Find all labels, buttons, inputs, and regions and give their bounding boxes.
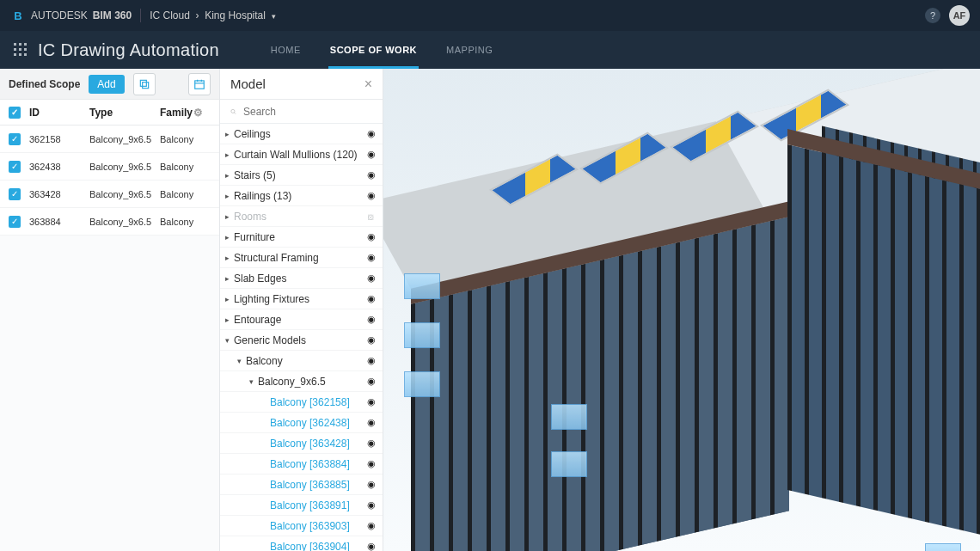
table-row[interactable]: ✓362158Balcony_9x6.5Balcony — [0, 126, 219, 153]
tree-caret-icon[interactable]: ▾ — [225, 336, 234, 345]
tree-leaf[interactable]: Balcony [363884]◉ — [220, 454, 383, 474]
tree-leaf[interactable]: Balcony [362158]◉ — [220, 392, 383, 413]
cell-family: Balcony — [160, 162, 211, 172]
visibility-icon[interactable]: ◉ — [367, 293, 376, 304]
divider — [140, 9, 141, 22]
table-row[interactable]: ✓362438Balcony_9x6.5Balcony — [0, 153, 219, 181]
row-checkbox[interactable]: ✓ — [9, 188, 21, 200]
tree-caret-icon[interactable]: ▾ — [237, 357, 246, 365]
tree-caret-icon[interactable]: ▸ — [225, 233, 234, 242]
tree-node[interactable]: ▾Balcony_9x6.5◉ — [220, 371, 383, 392]
tree-leaf[interactable]: Balcony [363903]◉ — [220, 516, 383, 536]
app-bar: IC Drawing Automation HOME SCOPE OF WORK… — [0, 31, 980, 69]
breadcrumb[interactable]: IC Cloud › King Hospital ▾ — [150, 9, 276, 21]
tree-label: Balcony — [246, 355, 367, 367]
apps-grid-icon[interactable] — [14, 43, 28, 57]
tree-node[interactable]: ▸Stairs (5)◉ — [220, 165, 383, 186]
visibility-icon[interactable]: ⦻ — [366, 211, 376, 222]
tree-node[interactable]: ▸Curtain Wall Mullions (120)◉ — [220, 144, 383, 165]
tree-caret-icon[interactable]: ▸ — [225, 315, 234, 324]
col-family[interactable]: Family — [160, 107, 193, 119]
search-icon — [230, 107, 236, 117]
app-title: IC Drawing Automation — [38, 40, 219, 60]
tree-node[interactable]: ▸Lighting Fixtures◉ — [220, 289, 383, 309]
visibility-icon[interactable]: ◉ — [367, 334, 376, 346]
visibility-icon[interactable]: ◉ — [367, 355, 376, 366]
copy-button[interactable] — [133, 73, 156, 95]
tree-caret-icon[interactable]: ▸ — [225, 295, 234, 303]
visibility-icon[interactable]: ◉ — [367, 417, 376, 428]
row-checkbox[interactable]: ✓ — [9, 216, 21, 228]
visibility-icon[interactable]: ◉ — [367, 314, 376, 325]
tree-label: Balcony [363428] — [270, 438, 367, 450]
cell-family: Balcony — [160, 217, 211, 227]
tab-mapping[interactable]: MAPPING — [446, 31, 493, 69]
tree-node[interactable]: ▸Rooms⦻ — [220, 206, 383, 227]
visibility-icon[interactable]: ◉ — [367, 499, 376, 511]
tree-label: Curtain Wall Mullions (120) — [234, 149, 367, 161]
tree-label: Balcony [363884] — [270, 458, 367, 470]
visibility-icon[interactable]: ◉ — [367, 479, 376, 490]
tree-node[interactable]: ▸Slab Edges◉ — [220, 268, 383, 289]
tree-node[interactable]: ▾Balcony◉ — [220, 351, 383, 371]
gear-icon[interactable]: ⚙ — [193, 107, 211, 119]
visibility-icon[interactable]: ◉ — [367, 520, 376, 531]
col-type[interactable]: Type — [89, 107, 160, 119]
tree-caret-icon[interactable]: ▸ — [225, 130, 234, 138]
tree-leaf[interactable]: Balcony [363885]◉ — [220, 474, 383, 495]
select-all-checkbox[interactable]: ✓ — [9, 107, 21, 119]
visibility-icon[interactable]: ◉ — [367, 231, 376, 242]
tree-caret-icon[interactable]: ▸ — [225, 212, 234, 221]
col-id[interactable]: ID — [29, 107, 89, 119]
visibility-icon[interactable]: ◉ — [367, 396, 376, 407]
tree-node[interactable]: ▸Furniture◉ — [220, 227, 383, 248]
tab-home[interactable]: HOME — [271, 31, 301, 69]
3d-viewer[interactable]: ⌂ — [383, 69, 980, 551]
tree-node[interactable]: ▸Structural Framing◉ — [220, 248, 383, 268]
row-checkbox[interactable]: ✓ — [9, 133, 21, 145]
bim-b-icon: B — [10, 8, 26, 23]
visibility-icon[interactable]: ◉ — [367, 458, 376, 469]
tree-label: Balcony [363891] — [270, 499, 367, 511]
avatar[interactable]: AF — [949, 5, 970, 26]
search-input[interactable] — [243, 106, 372, 118]
cell-id: 362158 — [29, 134, 89, 144]
tree-node[interactable]: ▸Ceilings◉ — [220, 124, 383, 144]
tree-label: Entourage — [234, 314, 367, 326]
table-row[interactable]: ✓363884Balcony_9x6.5Balcony — [0, 208, 219, 236]
add-button[interactable]: Add — [89, 75, 124, 94]
row-checkbox[interactable]: ✓ — [9, 161, 21, 173]
visibility-icon[interactable]: ◉ — [367, 376, 376, 387]
main-layout: Defined Scope Add ✓ ID Type Family ⚙ ✓36… — [0, 69, 980, 551]
tree-label: Railings (13) — [234, 190, 367, 202]
visibility-icon[interactable]: ◉ — [367, 272, 376, 284]
chevron-down-icon: ▾ — [272, 12, 276, 21]
table-row[interactable]: ✓363428Balcony_9x6.5Balcony — [0, 181, 219, 208]
tree-leaf[interactable]: Balcony [362438]◉ — [220, 413, 383, 433]
visibility-icon[interactable]: ◉ — [367, 149, 376, 160]
svg-rect-2 — [195, 80, 205, 88]
visibility-icon[interactable]: ◉ — [367, 128, 376, 139]
tree-leaf[interactable]: Balcony [363891]◉ — [220, 495, 383, 516]
calendar-button[interactable] — [188, 73, 211, 95]
tree-caret-icon[interactable]: ▸ — [225, 274, 234, 283]
tree-caret-icon[interactable]: ▸ — [225, 192, 234, 200]
brand-product: BIM 360 — [93, 9, 132, 21]
visibility-icon[interactable]: ◉ — [367, 252, 376, 263]
tree-leaf[interactable]: Balcony [363428]◉ — [220, 433, 383, 454]
visibility-icon[interactable]: ◉ — [367, 190, 376, 201]
tree-node[interactable]: ▸Entourage◉ — [220, 309, 383, 330]
tree-node[interactable]: ▸Railings (13)◉ — [220, 186, 383, 206]
tree-leaf[interactable]: Balcony [363904]◉ — [220, 536, 383, 551]
tree-caret-icon[interactable]: ▾ — [249, 377, 258, 386]
tab-scope-of-work[interactable]: SCOPE OF WORK — [330, 31, 417, 69]
tree-node[interactable]: ▾Generic Models◉ — [220, 330, 383, 351]
visibility-icon[interactable]: ◉ — [367, 438, 376, 449]
help-icon[interactable]: ? — [925, 8, 940, 23]
tree-caret-icon[interactable]: ▸ — [225, 150, 234, 159]
tree-caret-icon[interactable]: ▸ — [225, 254, 234, 262]
tree-caret-icon[interactable]: ▸ — [225, 171, 234, 180]
visibility-icon[interactable]: ◉ — [367, 169, 376, 181]
close-icon[interactable]: × — [364, 77, 372, 92]
visibility-icon[interactable]: ◉ — [367, 541, 376, 551]
